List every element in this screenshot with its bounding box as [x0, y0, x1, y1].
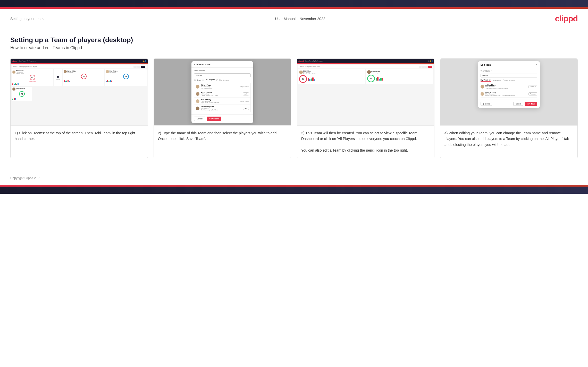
tdash-player2-name: Richard Butler [371, 71, 380, 72]
player2-add-button[interactable]: Add [243, 92, 249, 95]
edit-modal-delete-button[interactable]: 🗑 Delete [481, 102, 492, 106]
player2-info: Adrian Coliba 1.5 Handicap Central Londo… [201, 91, 242, 96]
player1-status: Player Added [240, 86, 249, 88]
edit-player1-info: Adrian Player Plus Handicap The Shire Lo… [485, 84, 527, 89]
trash-icon: 🗑 [483, 103, 484, 105]
modal-player-item-4: Dave Billingham 3.5 Handicap The Ding Ma… [194, 105, 250, 112]
edit-player1-detail: Plus Handicap The Shire London, United K… [485, 86, 527, 89]
card-2-screenshot: Add New Team × Team Name * My Team 2 All… [154, 59, 291, 126]
edit-modal-save-button[interactable]: Save Team [525, 102, 537, 106]
edit-modal-title: Edit Team [481, 64, 491, 66]
player4-name: Dave Billingham [201, 106, 242, 108]
edit-player1-remove-button[interactable]: Remove [528, 85, 537, 88]
modal-player-item-3: Blair McHarg Plus Handicap Royal North D… [194, 98, 250, 105]
logo: clippd [555, 14, 578, 23]
card-1-screenshot: clippd Home Teams My Performance ⚙ 🔔 👤 V… [11, 59, 148, 126]
player2-score: 94 [81, 74, 87, 79]
page-title: Setting up a Team of players (desktop) [10, 36, 578, 44]
edit-modal-close-button[interactable]: × [536, 63, 537, 66]
modal-team-name-input[interactable] [194, 73, 251, 77]
player3-detail: Plus Handicap [110, 72, 117, 73]
edit-modal-tab-all-players[interactable]: All Players [493, 80, 501, 81]
edit-modal-team-name-input[interactable] [481, 74, 537, 77]
header-left-text: Setting up your teams [10, 17, 45, 21]
edit-player2-detail: Plus Handicap Royal North Devon Golf Clu… [485, 93, 527, 96]
zero-score: 0 [57, 75, 59, 79]
edit-modal-cancel-button[interactable]: Cancel [513, 102, 523, 106]
filter-label: Filter by name [219, 79, 229, 81]
modal-team-name-label: Team Name * [194, 70, 251, 72]
player2-avatar [196, 92, 199, 96]
edit-modal-body: Team Name * My Team 2 All Players Filter… [478, 68, 540, 100]
modal-player-list: Adrian Player Plus Handicap The Shire Lo… [194, 83, 251, 112]
modal-header: Add New Team × [191, 61, 253, 68]
page-subtitle: How to create and edit Teams in Clippd [10, 46, 578, 50]
player4-avatar [196, 107, 199, 110]
edit-player2-remove-button[interactable]: Remove [528, 92, 537, 95]
player3-name: Blair McHarg [110, 70, 117, 72]
header-center-text: User Manual – November 2022 [275, 17, 325, 21]
player1-detail: Plus Handicap The Shire London [201, 86, 239, 89]
edit-team-modal: Edit Team × Team Name * My Team 2 All Pl… [478, 61, 540, 108]
card-3-text-p2: You can also edit a Team by clicking the… [301, 147, 430, 153]
modal-footer: Cancel Save Team [191, 114, 253, 123]
delete-label: Delete [485, 103, 490, 105]
edit-modal-label: Team Name * [481, 70, 537, 72]
edit-player2-name: Blair McHarg [485, 91, 527, 93]
add-new-team-modal: Add New Team × Team Name * My Team 2 All… [191, 61, 253, 123]
edit-modal-right-buttons: Cancel Save Team [513, 102, 537, 106]
filter-checkbox[interactable] [216, 79, 218, 81]
modal-body: Team Name * My Team 2 All Players Filter… [191, 68, 253, 114]
dash3-filter: Team A • All Players • Player Details [299, 66, 320, 67]
edit-player2-avatar [481, 92, 484, 96]
player4-name: Richard Butler [16, 88, 25, 89]
card-3: clippd Home Teams My Performance ⚙ 🔔 👤 T… [297, 58, 434, 158]
modal-cancel-button[interactable]: Cancel [194, 117, 205, 121]
card-3-text: 3) This Team will then be created. You c… [297, 126, 434, 158]
edit-player1-name: Adrian Player [485, 84, 527, 86]
player4-score: 72 [19, 91, 25, 97]
top-bar [0, 0, 588, 7]
player2-detail: 1.5 Handicap [67, 72, 76, 73]
modal-filter-by-name[interactable]: Filter by name [216, 79, 229, 81]
card-3-text-p1: 3) This Team will then be created. You c… [301, 130, 430, 142]
player2-detail: 1.5 Handicap Central London Golf Centre [201, 93, 242, 96]
edit-filter-checkbox[interactable] [503, 80, 505, 81]
card-1-text: 1) Click on 'Teams' at the top of the sc… [11, 126, 148, 158]
dash1-logo: clippd [12, 60, 17, 62]
modal-save-button[interactable]: Save Team [207, 117, 221, 121]
player3-name: Blair McHarg [201, 99, 239, 100]
player4-add-button[interactable]: Add [243, 107, 249, 110]
player1-avatar [196, 85, 199, 89]
dash1-icons: ⚙ 🔔 👤 [141, 60, 146, 62]
edit-modal-header: Edit Team × [478, 61, 540, 68]
edit-modal-tab-my-team[interactable]: My Team 2 [481, 79, 491, 82]
tdash-player1-score: 94 [299, 75, 307, 83]
card-2: Add New Team × Team Name * My Team 2 All… [154, 58, 291, 158]
player4-info: Dave Billingham 3.5 Handicap The Ding Ma… [201, 106, 242, 111]
tdash-player2-score: 72 [367, 75, 375, 82]
modal-title: Add New Team [194, 63, 211, 66]
player3-detail: Plus Handicap Royal North Devon Golf Clu… [201, 100, 239, 103]
player3-avatar [196, 99, 199, 103]
modal-close-button[interactable]: × [249, 63, 251, 66]
player1-detail: Plus HandicapThe Shire London [16, 72, 24, 74]
modal-tabs: My Team 2 All Players Filter by name [194, 79, 251, 81]
dash1-nav: Home Teams My Performance [19, 60, 36, 62]
edit-modal-player-item-2: Blair McHarg Plus Handicap Royal North D… [481, 90, 537, 98]
zero-label: Rounds [56, 79, 60, 80]
player1-score: 84 [30, 75, 35, 80]
cards-row: clippd Home Teams My Performance ⚙ 🔔 👤 V… [10, 58, 578, 158]
modal-tab-all-players[interactable]: All Players [206, 79, 215, 81]
player4-detail: Plus Handicap [16, 89, 25, 91]
card-4: Edit Team × Team Name * My Team 2 All Pl… [440, 58, 578, 158]
modal-tab-my-team[interactable]: My Team 2 [194, 79, 204, 81]
player1-info: Adrian Player Plus Handicap The Shire Lo… [201, 84, 239, 89]
edit-player1-avatar [481, 85, 484, 89]
edit-modal-player-item-1: Adrian Player Plus Handicap The Shire Lo… [481, 83, 537, 90]
bottom-bar [0, 187, 588, 194]
player1-name: Adrian Player [201, 84, 239, 86]
player3-score: 78 [123, 74, 129, 79]
modal-player-item-2: Adrian Coliba 1.5 Handicap Central Londo… [194, 90, 250, 98]
edit-modal-filter[interactable]: Filter by name [503, 80, 515, 81]
